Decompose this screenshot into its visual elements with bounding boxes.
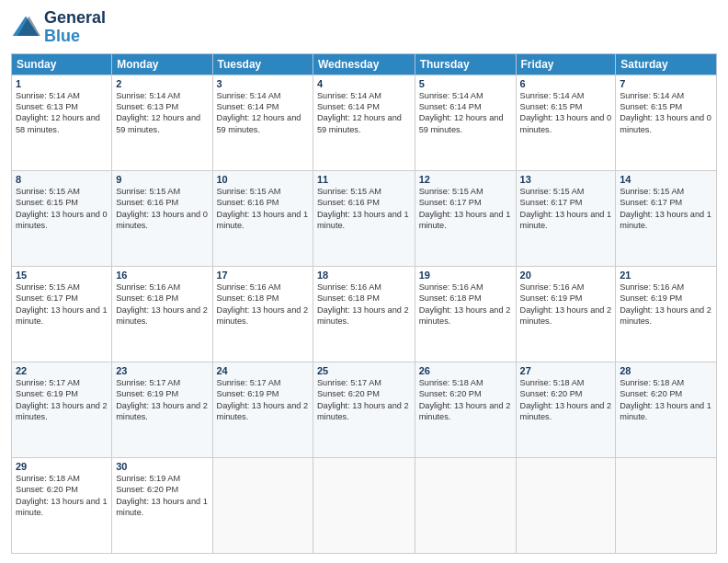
calendar-cell: 5Sunrise: 5:14 AMSunset: 6:14 PMDaylight… <box>415 75 516 170</box>
header: General Blue <box>11 9 717 46</box>
day-info: Sunrise: 5:18 AMSunset: 6:20 PMDaylight:… <box>419 377 512 423</box>
day-info: Sunrise: 5:16 AMSunset: 6:18 PMDaylight:… <box>317 282 411 327</box>
day-number: 30 <box>116 461 208 472</box>
dow-header: Monday <box>112 53 212 75</box>
day-info: Sunrise: 5:15 AMSunset: 6:16 PMDaylight:… <box>116 186 208 232</box>
dow-header: Thursday <box>415 53 516 75</box>
day-number: 25 <box>317 365 411 376</box>
calendar-cell: 25Sunrise: 5:17 AMSunset: 6:20 PMDayligh… <box>313 362 415 457</box>
day-number: 11 <box>317 174 411 185</box>
day-info: Sunrise: 5:14 AMSunset: 6:13 PMDaylight:… <box>16 90 108 136</box>
calendar-cell: 7Sunrise: 5:14 AMSunset: 6:15 PMDaylight… <box>616 75 717 170</box>
dow-header: Tuesday <box>212 53 313 75</box>
day-info: Sunrise: 5:16 AMSunset: 6:19 PMDaylight:… <box>620 282 712 327</box>
calendar-row: 1Sunrise: 5:14 AMSunset: 6:13 PMDaylight… <box>12 75 717 170</box>
calendar-cell: 30Sunrise: 5:19 AMSunset: 6:20 PMDayligh… <box>112 457 212 553</box>
day-number: 28 <box>620 365 712 376</box>
dow-header: Saturday <box>616 53 717 75</box>
day-number: 6 <box>520 78 612 89</box>
calendar-cell: 22Sunrise: 5:17 AMSunset: 6:19 PMDayligh… <box>12 362 112 457</box>
day-info: Sunrise: 5:18 AMSunset: 6:20 PMDaylight:… <box>16 473 108 519</box>
day-number: 15 <box>16 270 108 281</box>
day-info: Sunrise: 5:16 AMSunset: 6:19 PMDaylight:… <box>520 282 612 327</box>
day-number: 1 <box>16 78 108 89</box>
day-info: Sunrise: 5:17 AMSunset: 6:20 PMDaylight:… <box>317 377 411 423</box>
day-info: Sunrise: 5:16 AMSunset: 6:18 PMDaylight:… <box>419 282 512 327</box>
page: General Blue SundayMondayTuesdayWednesda… <box>0 0 728 563</box>
calendar-cell: 13Sunrise: 5:15 AMSunset: 6:17 PMDayligh… <box>516 170 616 266</box>
day-info: Sunrise: 5:18 AMSunset: 6:20 PMDaylight:… <box>620 377 712 423</box>
day-number: 18 <box>317 270 411 281</box>
calendar-cell: 8Sunrise: 5:15 AMSunset: 6:15 PMDaylight… <box>12 170 112 266</box>
day-info: Sunrise: 5:15 AMSunset: 6:17 PMDaylight:… <box>419 186 512 232</box>
day-info: Sunrise: 5:14 AMSunset: 6:14 PMDaylight:… <box>419 90 512 136</box>
day-info: Sunrise: 5:16 AMSunset: 6:18 PMDaylight:… <box>116 282 208 327</box>
day-number: 5 <box>419 78 512 89</box>
day-info: Sunrise: 5:19 AMSunset: 6:20 PMDaylight:… <box>116 473 208 519</box>
calendar-cell: 28Sunrise: 5:18 AMSunset: 6:20 PMDayligh… <box>616 362 717 457</box>
day-info: Sunrise: 5:14 AMSunset: 6:15 PMDaylight:… <box>520 90 612 136</box>
day-number: 21 <box>620 270 712 281</box>
calendar-row: 22Sunrise: 5:17 AMSunset: 6:19 PMDayligh… <box>12 362 717 457</box>
calendar-cell <box>212 457 313 553</box>
calendar-cell: 17Sunrise: 5:16 AMSunset: 6:18 PMDayligh… <box>212 266 313 362</box>
day-info: Sunrise: 5:15 AMSunset: 6:17 PMDaylight:… <box>620 186 712 232</box>
calendar-cell <box>516 457 616 553</box>
calendar-cell: 14Sunrise: 5:15 AMSunset: 6:17 PMDayligh… <box>616 170 717 266</box>
calendar-cell: 24Sunrise: 5:17 AMSunset: 6:19 PMDayligh… <box>212 362 313 457</box>
day-number: 7 <box>620 78 712 89</box>
day-info: Sunrise: 5:14 AMSunset: 6:14 PMDaylight:… <box>217 90 309 136</box>
calendar-cell: 29Sunrise: 5:18 AMSunset: 6:20 PMDayligh… <box>12 457 112 553</box>
calendar-cell: 19Sunrise: 5:16 AMSunset: 6:18 PMDayligh… <box>415 266 516 362</box>
day-number: 16 <box>116 270 208 281</box>
day-info: Sunrise: 5:18 AMSunset: 6:20 PMDaylight:… <box>520 377 612 423</box>
day-number: 17 <box>217 270 309 281</box>
calendar-cell: 11Sunrise: 5:15 AMSunset: 6:16 PMDayligh… <box>313 170 415 266</box>
day-number: 2 <box>116 78 208 89</box>
day-number: 12 <box>419 174 512 185</box>
calendar-cell: 16Sunrise: 5:16 AMSunset: 6:18 PMDayligh… <box>112 266 212 362</box>
calendar-cell: 2Sunrise: 5:14 AMSunset: 6:13 PMDaylight… <box>112 75 212 170</box>
calendar-cell <box>313 457 415 553</box>
calendar-row: 29Sunrise: 5:18 AMSunset: 6:20 PMDayligh… <box>12 457 717 553</box>
day-info: Sunrise: 5:14 AMSunset: 6:15 PMDaylight:… <box>620 90 712 136</box>
calendar-cell: 6Sunrise: 5:14 AMSunset: 6:15 PMDaylight… <box>516 75 616 170</box>
logo-text: General Blue <box>44 9 106 46</box>
day-number: 24 <box>217 365 309 376</box>
day-number: 27 <box>520 365 612 376</box>
calendar-cell: 1Sunrise: 5:14 AMSunset: 6:13 PMDaylight… <box>12 75 112 170</box>
calendar-cell: 3Sunrise: 5:14 AMSunset: 6:14 PMDaylight… <box>212 75 313 170</box>
day-info: Sunrise: 5:15 AMSunset: 6:16 PMDaylight:… <box>217 186 309 232</box>
day-info: Sunrise: 5:17 AMSunset: 6:19 PMDaylight:… <box>16 377 108 423</box>
day-info: Sunrise: 5:14 AMSunset: 6:13 PMDaylight:… <box>116 90 208 136</box>
calendar-cell: 26Sunrise: 5:18 AMSunset: 6:20 PMDayligh… <box>415 362 516 457</box>
day-info: Sunrise: 5:14 AMSunset: 6:14 PMDaylight:… <box>317 90 411 136</box>
calendar-cell: 27Sunrise: 5:18 AMSunset: 6:20 PMDayligh… <box>516 362 616 457</box>
day-number: 23 <box>116 365 208 376</box>
day-info: Sunrise: 5:15 AMSunset: 6:16 PMDaylight:… <box>317 186 411 232</box>
calendar-cell: 4Sunrise: 5:14 AMSunset: 6:14 PMDaylight… <box>313 75 415 170</box>
calendar: SundayMondayTuesdayWednesdayThursdayFrid… <box>11 53 717 554</box>
calendar-row: 15Sunrise: 5:15 AMSunset: 6:17 PMDayligh… <box>12 266 717 362</box>
calendar-cell: 20Sunrise: 5:16 AMSunset: 6:19 PMDayligh… <box>516 266 616 362</box>
calendar-cell <box>415 457 516 553</box>
calendar-cell: 21Sunrise: 5:16 AMSunset: 6:19 PMDayligh… <box>616 266 717 362</box>
day-number: 22 <box>16 365 108 376</box>
calendar-body: 1Sunrise: 5:14 AMSunset: 6:13 PMDaylight… <box>12 75 717 553</box>
logo-icon <box>11 13 40 42</box>
day-info: Sunrise: 5:15 AMSunset: 6:17 PMDaylight:… <box>520 186 612 232</box>
day-info: Sunrise: 5:17 AMSunset: 6:19 PMDaylight:… <box>217 377 309 423</box>
dow-header: Wednesday <box>313 53 415 75</box>
day-number: 9 <box>116 174 208 185</box>
day-number: 14 <box>620 174 712 185</box>
day-number: 26 <box>419 365 512 376</box>
calendar-cell: 12Sunrise: 5:15 AMSunset: 6:17 PMDayligh… <box>415 170 516 266</box>
dow-header: Friday <box>516 53 616 75</box>
day-number: 4 <box>317 78 411 89</box>
day-info: Sunrise: 5:16 AMSunset: 6:18 PMDaylight:… <box>217 282 309 327</box>
logo: General Blue <box>11 9 106 46</box>
calendar-cell: 10Sunrise: 5:15 AMSunset: 6:16 PMDayligh… <box>212 170 313 266</box>
calendar-row: 8Sunrise: 5:15 AMSunset: 6:15 PMDaylight… <box>12 170 717 266</box>
day-number: 13 <box>520 174 612 185</box>
calendar-cell: 15Sunrise: 5:15 AMSunset: 6:17 PMDayligh… <box>12 266 112 362</box>
